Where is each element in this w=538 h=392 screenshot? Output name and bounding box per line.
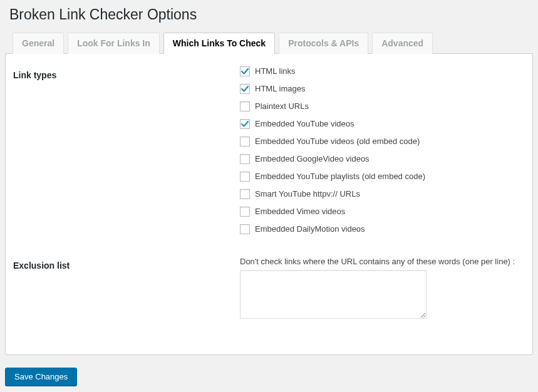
link-type-option[interactable]: Embedded YouTube videos (old embed code) <box>240 137 525 147</box>
checkbox-icon[interactable] <box>240 137 250 147</box>
link-types-label: Link types <box>13 66 240 80</box>
link-type-label: Embedded Vimeo videos <box>255 207 345 216</box>
exclusion-textarea[interactable] <box>240 270 427 319</box>
checkbox-checked-icon[interactable] <box>240 84 250 94</box>
save-button[interactable]: Save Changes <box>5 368 77 386</box>
exclusion-help-text: Don't check links where the URL contains… <box>240 257 525 266</box>
link-type-label: Embedded YouTube videos (old embed code) <box>255 137 420 146</box>
link-type-option[interactable]: HTML links <box>240 66 525 76</box>
checkbox-icon[interactable] <box>240 207 250 217</box>
link-type-option[interactable]: Embedded Vimeo videos <box>240 207 525 217</box>
checkbox-icon[interactable] <box>240 101 250 111</box>
checkbox-checked-icon[interactable] <box>240 119 250 129</box>
link-type-option[interactable]: HTML images <box>240 84 525 94</box>
link-type-label: Embedded GoogleVideo videos <box>255 154 370 163</box>
link-type-label: HTML images <box>255 84 305 93</box>
link-type-label: Plaintext URLs <box>255 101 309 111</box>
checkbox-icon[interactable] <box>240 189 250 199</box>
link-type-label: Embedded YouTube videos <box>255 119 354 128</box>
tab-protocols-apis[interactable]: Protocols & APIs <box>279 33 368 54</box>
settings-panel: Link types HTML linksHTML imagesPlaintex… <box>5 53 533 355</box>
checkbox-checked-icon[interactable] <box>240 66 250 76</box>
save-row: Save Changes <box>0 355 538 386</box>
page-title: Broken Link Checker Options <box>0 0 538 27</box>
link-type-option[interactable]: Embedded GoogleVideo videos <box>240 154 525 164</box>
exclusion-list-label: Exclusion list <box>13 257 240 271</box>
link-type-option[interactable]: Embedded DailyMotion videos <box>240 224 525 234</box>
link-types-row: Link types HTML linksHTML imagesPlaintex… <box>13 66 525 242</box>
link-types-options: HTML linksHTML imagesPlaintext URLsEmbed… <box>240 66 525 242</box>
link-type-option[interactable]: Embedded YouTube playlists (old embed co… <box>240 172 525 182</box>
settings-tabs: GeneralLook For Links InWhich Links To C… <box>0 32 538 53</box>
checkbox-icon[interactable] <box>240 154 250 164</box>
link-type-option[interactable]: Smart YouTube httpv:// URLs <box>240 189 525 199</box>
link-type-label: Smart YouTube httpv:// URLs <box>255 189 360 199</box>
checkbox-icon[interactable] <box>240 172 250 182</box>
exclusion-list-row: Exclusion list Don't check links where t… <box>13 257 525 321</box>
tab-look-for-links-in[interactable]: Look For Links In <box>68 33 160 54</box>
tab-which-links-to-check[interactable]: Which Links To Check <box>163 33 275 54</box>
tab-general[interactable]: General <box>13 33 64 54</box>
link-type-option[interactable]: Plaintext URLs <box>240 101 525 111</box>
link-type-option[interactable]: Embedded YouTube videos <box>240 119 525 129</box>
checkbox-icon[interactable] <box>240 224 250 234</box>
link-type-label: Embedded DailyMotion videos <box>255 224 365 234</box>
link-type-label: Embedded YouTube playlists (old embed co… <box>255 172 425 181</box>
exclusion-list-field: Don't check links where the URL contains… <box>240 257 525 321</box>
link-type-label: HTML links <box>255 66 296 76</box>
tab-advanced[interactable]: Advanced <box>372 33 433 54</box>
